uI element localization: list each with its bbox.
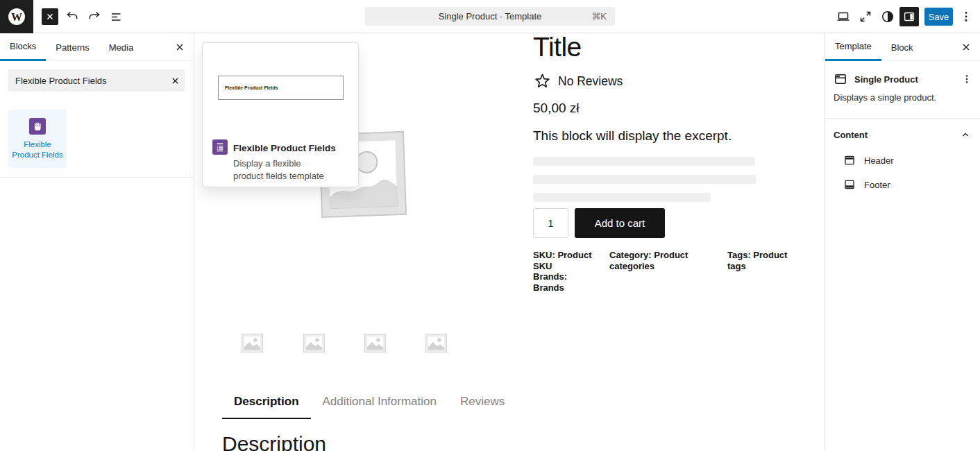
undo-button[interactable] — [61, 6, 83, 28]
tab-additional-information[interactable]: Additional Information — [311, 395, 448, 419]
zoom-out-button[interactable] — [854, 6, 877, 28]
contrast-icon — [879, 8, 896, 25]
sidebar-item-label: Footer — [864, 180, 890, 190]
inserter-tabs: Blocks Patterns Media — [0, 33, 194, 61]
sidebar-item-header[interactable]: Header — [825, 150, 980, 171]
keyboard-shortcut: ⌘K — [591, 11, 607, 22]
content-section-toggle[interactable]: Content — [825, 124, 980, 146]
close-icon — [171, 76, 180, 85]
block-preview-field-label: Flexible Product Fields — [219, 85, 278, 90]
styles-button[interactable] — [877, 6, 899, 28]
template-actions-button[interactable] — [957, 69, 977, 89]
list-view-icon — [108, 8, 125, 25]
tab-reviews[interactable]: Reviews — [448, 395, 516, 419]
tags-text: Tags: Product tags — [727, 250, 794, 271]
redo-button[interactable] — [83, 6, 105, 28]
block-inserter-panel: Blocks Patterns Media — [0, 33, 194, 451]
settings-sidebar: Template Block Single Product Displays a… — [825, 33, 980, 451]
flexible-product-fields-list-icon — [212, 139, 228, 155]
save-button[interactable]: Save — [924, 8, 953, 26]
thumbnail-placeholder[interactable] — [242, 334, 263, 352]
field-placeholder-bar — [533, 175, 756, 184]
product-title-block[interactable]: Title — [533, 33, 582, 62]
content-section-label: Content — [834, 130, 868, 140]
template-name: Single Product — [854, 74, 918, 85]
reviews-label: No Reviews — [558, 74, 623, 89]
footer-icon — [843, 178, 856, 191]
description-section-heading[interactable]: Description — [222, 432, 326, 451]
quantity-input[interactable]: 1 — [533, 208, 568, 238]
thumbnail-placeholder[interactable] — [303, 334, 325, 352]
document-title-button[interactable]: Single Product · Template ⌘K — [365, 7, 615, 26]
redo-icon — [86, 8, 103, 25]
flexible-product-fields-hand-icon — [29, 118, 46, 135]
view-button[interactable] — [832, 6, 854, 28]
tab-template[interactable]: Template — [825, 33, 881, 61]
chevron-up-icon — [957, 126, 974, 143]
kebab-icon — [958, 8, 974, 25]
product-excerpt-block[interactable]: This block will display the excerpt. — [533, 128, 732, 144]
kebab-icon — [960, 72, 974, 86]
sidebar-item-footer[interactable]: Footer — [825, 174, 980, 195]
close-icon — [45, 12, 55, 22]
field-placeholder-bar — [533, 193, 711, 202]
header-icon — [843, 154, 856, 167]
block-search-input[interactable] — [8, 76, 165, 86]
block-search-box — [8, 69, 185, 92]
wordpress-menu-button[interactable]: W — [0, 0, 33, 33]
product-price-block[interactable]: 50,00 zł — [533, 101, 580, 116]
divider — [0, 177, 194, 178]
tab-block[interactable]: Block — [881, 33, 923, 61]
product-rating-block[interactable]: No Reviews — [533, 72, 623, 91]
star-icon — [533, 72, 552, 91]
product-meta-tags[interactable]: Tags: Product tags — [727, 250, 794, 271]
wordpress-logo-icon: W — [8, 8, 26, 26]
settings-tabs: Template Block — [825, 33, 980, 61]
block-preview-frame: Flexible Product Fields — [218, 76, 344, 100]
editor-top-bar: W Single Product · Template ⌘K — [0, 0, 980, 33]
block-preview-description: Display a flexible product fields templa… — [233, 158, 333, 182]
block-preview-title: Flexible Product Fields — [233, 143, 336, 153]
brands-text: Brands: Brands — [533, 271, 597, 293]
tab-media[interactable]: Media — [99, 33, 143, 61]
block-preview-popover: Flexible Product Fields Flexible Product… — [202, 42, 359, 187]
template-description: Displays a single product. — [834, 92, 936, 103]
thumbnail-placeholder[interactable] — [425, 334, 447, 352]
settings-sidebar-toggle[interactable] — [899, 7, 919, 26]
product-meta-sku[interactable]: SKU: Product SKU Brands: Brands — [533, 250, 597, 293]
close-inserter-button[interactable] — [42, 8, 58, 25]
divider — [825, 118, 980, 119]
close-inserter-panel-button[interactable] — [171, 39, 188, 56]
clear-search-button[interactable] — [165, 71, 185, 90]
product-meta-category[interactable]: Category: Product categories — [609, 250, 693, 271]
svg-text:W: W — [11, 11, 22, 23]
laptop-icon — [835, 8, 852, 25]
options-menu-button[interactable] — [955, 6, 977, 28]
close-icon — [961, 42, 971, 52]
sidebar-item-label: Header — [864, 155, 894, 166]
sidebar-icon — [902, 9, 917, 24]
category-text: Category: Product categories — [609, 250, 693, 271]
tab-blocks[interactable]: Blocks — [0, 33, 46, 61]
undo-icon — [64, 8, 81, 25]
close-icon — [175, 42, 185, 52]
thumbnail-placeholder[interactable] — [364, 334, 386, 352]
close-settings-button[interactable] — [958, 39, 974, 56]
product-tabs-block: Description Additional Information Revie… — [222, 395, 516, 419]
tab-description[interactable]: Description — [222, 395, 311, 419]
document-title: Single Product · Template — [439, 11, 542, 22]
block-result-label: Flexible Product Fields — [12, 139, 63, 160]
list-view-button[interactable] — [105, 6, 128, 28]
field-placeholder-bar — [533, 157, 755, 166]
sku-text: SKU: Product SKU — [533, 250, 597, 271]
template-icon — [834, 72, 847, 86]
tab-patterns[interactable]: Patterns — [46, 33, 99, 61]
block-result-flexible-product-fields[interactable]: Flexible Product Fields — [8, 110, 67, 168]
diagonal-arrows-icon — [857, 8, 874, 25]
add-to-cart-button[interactable]: Add to cart — [575, 208, 665, 238]
template-card: Single Product — [825, 69, 980, 89]
